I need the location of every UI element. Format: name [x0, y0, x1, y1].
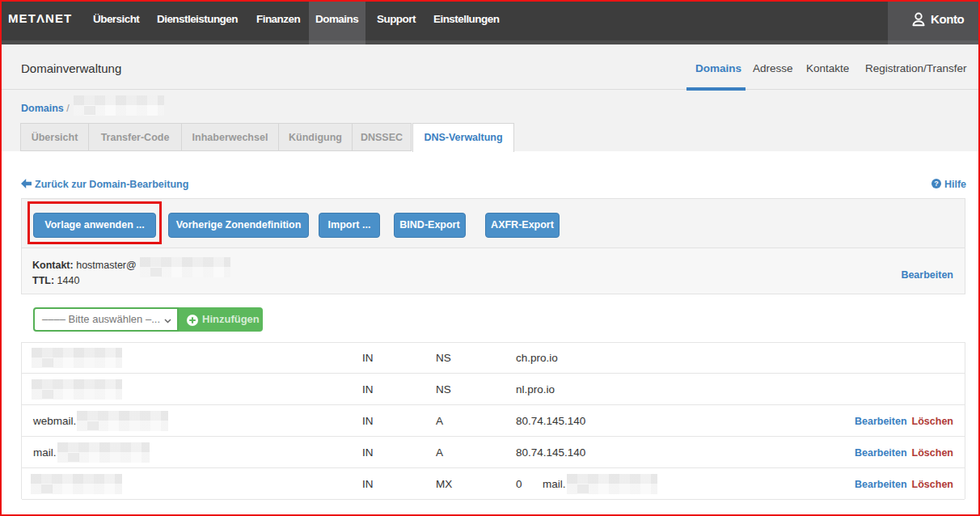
svg-text:?: ? — [934, 180, 939, 188]
